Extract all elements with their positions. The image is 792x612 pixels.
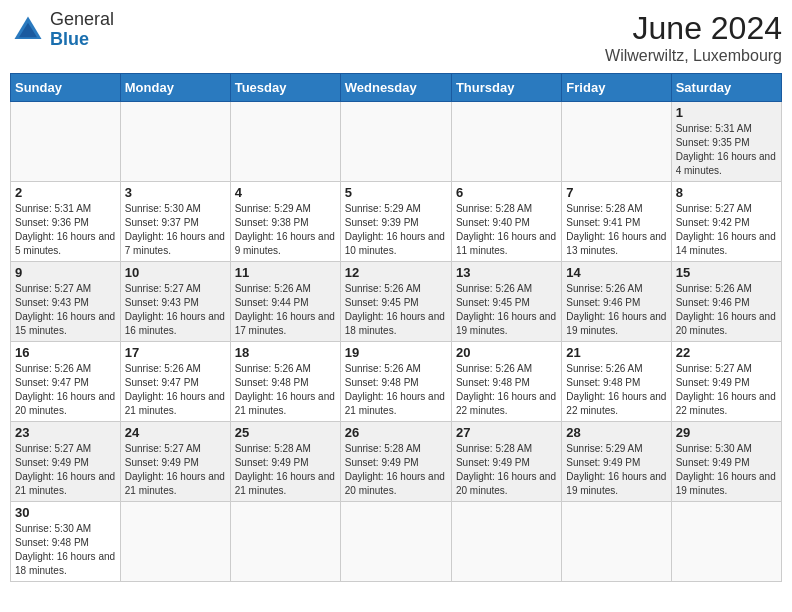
day-number: 5 (345, 185, 447, 200)
day-info: Sunrise: 5:26 AM Sunset: 9:48 PM Dayligh… (456, 362, 557, 418)
calendar-day-cell (230, 502, 340, 582)
calendar-day-cell: 28Sunrise: 5:29 AM Sunset: 9:49 PM Dayli… (562, 422, 671, 502)
calendar-day-cell: 4Sunrise: 5:29 AM Sunset: 9:38 PM Daylig… (230, 182, 340, 262)
day-info: Sunrise: 5:30 AM Sunset: 9:37 PM Dayligh… (125, 202, 226, 258)
col-tuesday: Tuesday (230, 74, 340, 102)
day-info: Sunrise: 5:30 AM Sunset: 9:49 PM Dayligh… (676, 442, 777, 498)
day-number: 19 (345, 345, 447, 360)
day-number: 13 (456, 265, 557, 280)
header: General Blue June 2024 Wilwerwiltz, Luxe… (10, 10, 782, 65)
calendar-day-cell (340, 502, 451, 582)
calendar-day-cell (451, 102, 561, 182)
calendar-day-cell: 27Sunrise: 5:28 AM Sunset: 9:49 PM Dayli… (451, 422, 561, 502)
day-number: 15 (676, 265, 777, 280)
calendar-day-cell: 25Sunrise: 5:28 AM Sunset: 9:49 PM Dayli… (230, 422, 340, 502)
calendar-day-cell: 7Sunrise: 5:28 AM Sunset: 9:41 PM Daylig… (562, 182, 671, 262)
calendar-week-row: 1Sunrise: 5:31 AM Sunset: 9:35 PM Daylig… (11, 102, 782, 182)
day-info: Sunrise: 5:27 AM Sunset: 9:49 PM Dayligh… (676, 362, 777, 418)
day-number: 24 (125, 425, 226, 440)
calendar-day-cell: 3Sunrise: 5:30 AM Sunset: 9:37 PM Daylig… (120, 182, 230, 262)
calendar-header-row: Sunday Monday Tuesday Wednesday Thursday… (11, 74, 782, 102)
calendar-week-row: 16Sunrise: 5:26 AM Sunset: 9:47 PM Dayli… (11, 342, 782, 422)
calendar-day-cell: 10Sunrise: 5:27 AM Sunset: 9:43 PM Dayli… (120, 262, 230, 342)
day-info: Sunrise: 5:27 AM Sunset: 9:42 PM Dayligh… (676, 202, 777, 258)
calendar-table: Sunday Monday Tuesday Wednesday Thursday… (10, 73, 782, 582)
day-info: Sunrise: 5:31 AM Sunset: 9:35 PM Dayligh… (676, 122, 777, 178)
day-info: Sunrise: 5:28 AM Sunset: 9:40 PM Dayligh… (456, 202, 557, 258)
calendar-day-cell: 15Sunrise: 5:26 AM Sunset: 9:46 PM Dayli… (671, 262, 781, 342)
calendar-day-cell: 18Sunrise: 5:26 AM Sunset: 9:48 PM Dayli… (230, 342, 340, 422)
day-number: 4 (235, 185, 336, 200)
calendar-day-cell: 5Sunrise: 5:29 AM Sunset: 9:39 PM Daylig… (340, 182, 451, 262)
calendar-day-cell: 8Sunrise: 5:27 AM Sunset: 9:42 PM Daylig… (671, 182, 781, 262)
day-info: Sunrise: 5:26 AM Sunset: 9:48 PM Dayligh… (345, 362, 447, 418)
day-info: Sunrise: 5:26 AM Sunset: 9:48 PM Dayligh… (566, 362, 666, 418)
day-info: Sunrise: 5:29 AM Sunset: 9:39 PM Dayligh… (345, 202, 447, 258)
logo: General Blue (10, 10, 114, 50)
day-number: 23 (15, 425, 116, 440)
day-number: 17 (125, 345, 226, 360)
calendar-day-cell: 17Sunrise: 5:26 AM Sunset: 9:47 PM Dayli… (120, 342, 230, 422)
day-number: 18 (235, 345, 336, 360)
day-info: Sunrise: 5:28 AM Sunset: 9:49 PM Dayligh… (345, 442, 447, 498)
day-info: Sunrise: 5:28 AM Sunset: 9:49 PM Dayligh… (235, 442, 336, 498)
day-number: 30 (15, 505, 116, 520)
col-thursday: Thursday (451, 74, 561, 102)
day-info: Sunrise: 5:27 AM Sunset: 9:43 PM Dayligh… (125, 282, 226, 338)
calendar-day-cell: 12Sunrise: 5:26 AM Sunset: 9:45 PM Dayli… (340, 262, 451, 342)
calendar-day-cell: 13Sunrise: 5:26 AM Sunset: 9:45 PM Dayli… (451, 262, 561, 342)
month-year-title: June 2024 (605, 10, 782, 47)
calendar-day-cell (562, 102, 671, 182)
calendar-week-row: 23Sunrise: 5:27 AM Sunset: 9:49 PM Dayli… (11, 422, 782, 502)
day-info: Sunrise: 5:28 AM Sunset: 9:49 PM Dayligh… (456, 442, 557, 498)
calendar-day-cell: 11Sunrise: 5:26 AM Sunset: 9:44 PM Dayli… (230, 262, 340, 342)
calendar-week-row: 9Sunrise: 5:27 AM Sunset: 9:43 PM Daylig… (11, 262, 782, 342)
day-info: Sunrise: 5:31 AM Sunset: 9:36 PM Dayligh… (15, 202, 116, 258)
day-info: Sunrise: 5:27 AM Sunset: 9:49 PM Dayligh… (15, 442, 116, 498)
day-number: 12 (345, 265, 447, 280)
calendar-day-cell: 6Sunrise: 5:28 AM Sunset: 9:40 PM Daylig… (451, 182, 561, 262)
calendar-day-cell: 26Sunrise: 5:28 AM Sunset: 9:49 PM Dayli… (340, 422, 451, 502)
logo-text: General Blue (50, 10, 114, 50)
calendar-day-cell (11, 102, 121, 182)
col-friday: Friday (562, 74, 671, 102)
day-number: 6 (456, 185, 557, 200)
day-info: Sunrise: 5:26 AM Sunset: 9:45 PM Dayligh… (345, 282, 447, 338)
calendar-week-row: 30Sunrise: 5:30 AM Sunset: 9:48 PM Dayli… (11, 502, 782, 582)
day-number: 21 (566, 345, 666, 360)
day-number: 14 (566, 265, 666, 280)
calendar-day-cell: 24Sunrise: 5:27 AM Sunset: 9:49 PM Dayli… (120, 422, 230, 502)
general-blue-logo-icon (10, 12, 46, 48)
calendar-day-cell: 30Sunrise: 5:30 AM Sunset: 9:48 PM Dayli… (11, 502, 121, 582)
day-info: Sunrise: 5:26 AM Sunset: 9:44 PM Dayligh… (235, 282, 336, 338)
day-number: 7 (566, 185, 666, 200)
day-info: Sunrise: 5:28 AM Sunset: 9:41 PM Dayligh… (566, 202, 666, 258)
calendar-day-cell: 22Sunrise: 5:27 AM Sunset: 9:49 PM Dayli… (671, 342, 781, 422)
calendar-day-cell: 21Sunrise: 5:26 AM Sunset: 9:48 PM Dayli… (562, 342, 671, 422)
day-info: Sunrise: 5:29 AM Sunset: 9:49 PM Dayligh… (566, 442, 666, 498)
day-info: Sunrise: 5:29 AM Sunset: 9:38 PM Dayligh… (235, 202, 336, 258)
day-number: 8 (676, 185, 777, 200)
day-info: Sunrise: 5:26 AM Sunset: 9:46 PM Dayligh… (676, 282, 777, 338)
calendar-day-cell (340, 102, 451, 182)
col-saturday: Saturday (671, 74, 781, 102)
day-info: Sunrise: 5:27 AM Sunset: 9:43 PM Dayligh… (15, 282, 116, 338)
day-info: Sunrise: 5:30 AM Sunset: 9:48 PM Dayligh… (15, 522, 116, 578)
calendar-day-cell: 29Sunrise: 5:30 AM Sunset: 9:49 PM Dayli… (671, 422, 781, 502)
day-number: 1 (676, 105, 777, 120)
day-number: 29 (676, 425, 777, 440)
day-number: 22 (676, 345, 777, 360)
day-number: 27 (456, 425, 557, 440)
day-info: Sunrise: 5:26 AM Sunset: 9:45 PM Dayligh… (456, 282, 557, 338)
calendar-day-cell (671, 502, 781, 582)
day-number: 9 (15, 265, 116, 280)
calendar-day-cell (120, 102, 230, 182)
calendar-day-cell: 2Sunrise: 5:31 AM Sunset: 9:36 PM Daylig… (11, 182, 121, 262)
day-number: 26 (345, 425, 447, 440)
title-area: June 2024 Wilwerwiltz, Luxembourg (605, 10, 782, 65)
day-number: 25 (235, 425, 336, 440)
page-container: General Blue June 2024 Wilwerwiltz, Luxe… (10, 10, 782, 582)
calendar-week-row: 2Sunrise: 5:31 AM Sunset: 9:36 PM Daylig… (11, 182, 782, 262)
calendar-day-cell: 20Sunrise: 5:26 AM Sunset: 9:48 PM Dayli… (451, 342, 561, 422)
day-number: 2 (15, 185, 116, 200)
